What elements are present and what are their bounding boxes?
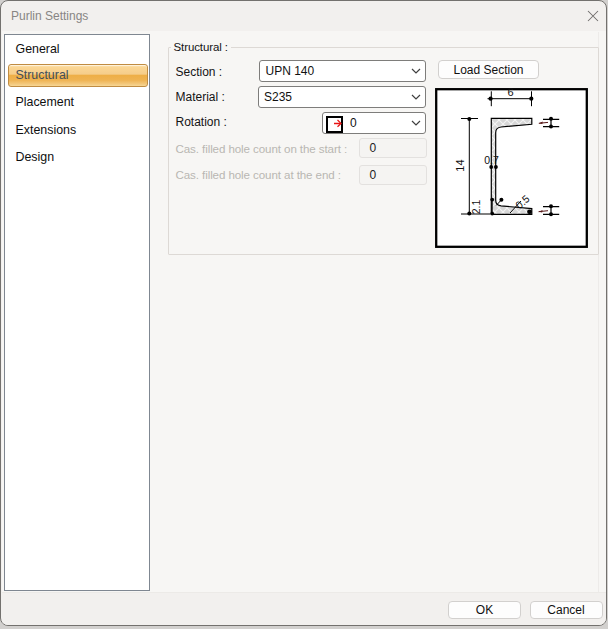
svg-text:6: 6 bbox=[507, 88, 513, 98]
svg-text:2.1: 2.1 bbox=[470, 200, 482, 215]
svg-text:14: 14 bbox=[454, 159, 466, 171]
svg-text:0.7: 0.7 bbox=[484, 154, 499, 166]
